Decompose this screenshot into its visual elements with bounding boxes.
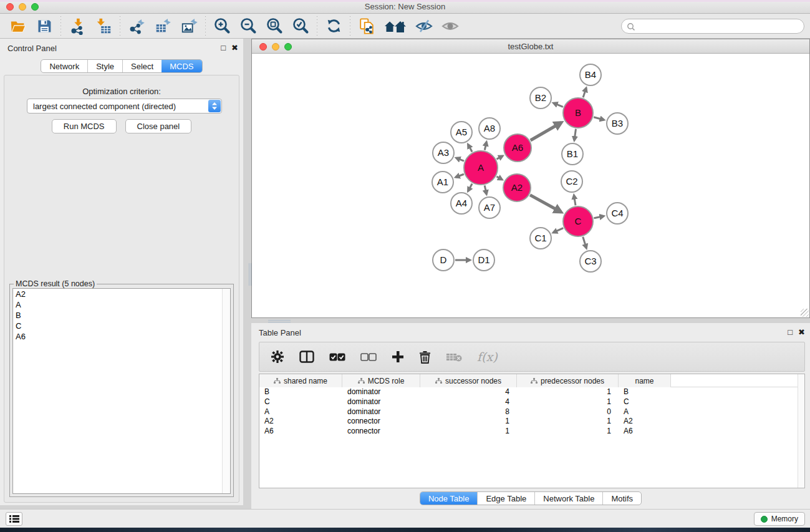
column-header-MCDS-role[interactable]: MCDS role xyxy=(342,374,420,387)
export-image-button[interactable] xyxy=(176,15,202,37)
tab-style[interactable]: Style xyxy=(87,60,122,72)
table-row[interactable]: A2connector11A2 xyxy=(259,417,804,427)
graph-node-D[interactable]: D xyxy=(433,249,454,271)
table-settings-button[interactable] xyxy=(271,350,284,364)
mcds-result-item[interactable]: A2 xyxy=(13,289,230,299)
splitter-handle-vertical[interactable] xyxy=(249,263,251,286)
graph-node-label: B xyxy=(575,107,581,118)
delete-column-button[interactable] xyxy=(419,351,431,364)
hide-selected-button[interactable] xyxy=(411,15,437,37)
tab-network-table[interactable]: Network Table xyxy=(534,492,602,505)
run-mcds-button[interactable]: Run MCDS xyxy=(52,119,117,133)
graph-node-B2[interactable]: B2 xyxy=(530,87,551,109)
tab-mcds[interactable]: MCDS xyxy=(162,60,201,72)
window-title: Session: New Session xyxy=(0,2,810,11)
save-session-button[interactable] xyxy=(31,15,57,37)
float-panel-icon[interactable]: □ xyxy=(788,327,793,337)
select-all-columns-button[interactable] xyxy=(329,353,345,361)
graph-node-A7[interactable]: A7 xyxy=(479,197,500,218)
graph-node-B1[interactable]: B1 xyxy=(562,143,583,165)
zoom-fit-button[interactable] xyxy=(261,15,287,37)
show-column-panel-button[interactable] xyxy=(299,351,314,363)
graph-node-A6[interactable]: A6 xyxy=(504,134,531,162)
graph-node-A3[interactable]: A3 xyxy=(433,142,454,163)
window-resize-grip[interactable] xyxy=(801,309,809,317)
mcds-result-item[interactable]: A xyxy=(13,299,230,310)
table-toolbar: f(x) xyxy=(259,342,805,372)
table-scrollbar[interactable] xyxy=(798,374,804,488)
network-graph: B4B2BB3A5A8A6B1A3AA1C2A2A4A7C4CC1C3DD1 xyxy=(252,54,809,317)
destroy-table-button[interactable] xyxy=(446,352,462,362)
zoom-fit-icon xyxy=(265,17,284,36)
graph-node-C[interactable]: C xyxy=(563,206,593,236)
table-row[interactable]: Adominator80A xyxy=(259,407,804,417)
zoom-out-button[interactable] xyxy=(235,15,261,37)
delete-table-icon xyxy=(446,352,462,362)
mcds-result-item[interactable]: B xyxy=(13,310,230,321)
graph-node-C3[interactable]: C3 xyxy=(580,251,601,272)
zoom-in-button[interactable] xyxy=(209,15,235,37)
graph-node-B[interactable]: B xyxy=(563,98,593,128)
zoom-selected-button[interactable] xyxy=(287,15,314,37)
deselect-all-columns-button[interactable] xyxy=(360,353,377,361)
graph-node-C2[interactable]: C2 xyxy=(561,171,582,192)
column-header-name[interactable]: name xyxy=(619,374,671,387)
toolbar-separator xyxy=(120,16,120,36)
splitter-handle-horizontal[interactable] xyxy=(268,320,291,322)
table-panel: Table Panel □ ✖ xyxy=(251,323,810,509)
graph-node-A4[interactable]: A4 xyxy=(451,193,472,214)
export-network-button[interactable] xyxy=(123,15,150,37)
graph-node-A2[interactable]: A2 xyxy=(503,174,531,201)
column-header-predecessor-nodes[interactable]: predecessor nodes xyxy=(517,374,619,387)
refresh-layout-button[interactable] xyxy=(321,15,347,37)
clone-network-button[interactable] xyxy=(354,15,380,37)
close-panel-icon[interactable]: ✖ xyxy=(798,327,805,337)
table-cell: 4 xyxy=(420,387,517,397)
graph-node-A1[interactable]: A1 xyxy=(432,172,453,193)
graph-node-A8[interactable]: A8 xyxy=(479,118,500,139)
mcds-result-box: MCDS result (5 nodes) A2ABCA6 xyxy=(9,284,234,497)
tab-motifs[interactable]: Motifs xyxy=(602,492,641,505)
table-cell: connector xyxy=(342,417,420,427)
graph-node-A5[interactable]: A5 xyxy=(451,122,472,143)
import-network-button[interactable] xyxy=(64,15,90,37)
task-history-button[interactable] xyxy=(6,512,22,526)
table-row[interactable]: Bdominator41B xyxy=(259,387,804,397)
show-all-button[interactable] xyxy=(437,15,463,37)
float-panel-icon[interactable]: □ xyxy=(221,43,226,52)
graph-node-A[interactable]: A xyxy=(464,151,498,185)
result-list-scrollbar[interactable] xyxy=(222,289,230,493)
graph-node-D1[interactable]: D1 xyxy=(473,249,494,271)
tab-node-table[interactable]: Node Table xyxy=(420,492,478,505)
import-table-button[interactable] xyxy=(90,15,117,37)
graph-node-C1[interactable]: C1 xyxy=(530,228,551,249)
search-input[interactable] xyxy=(638,21,799,32)
graph-node-B3[interactable]: B3 xyxy=(607,113,628,134)
graph-node-C4[interactable]: C4 xyxy=(607,203,628,224)
table-row[interactable]: Cdominator41C xyxy=(259,397,804,407)
close-panel-icon[interactable]: ✖ xyxy=(231,43,238,52)
table-row[interactable]: A6connector11A6 xyxy=(259,427,804,437)
open-session-button[interactable] xyxy=(5,15,31,37)
column-header-successor-nodes[interactable]: successor nodes xyxy=(420,374,517,387)
create-column-button[interactable] xyxy=(392,351,404,363)
network-canvas[interactable]: B4B2BB3A5A8A6B1A3AA1C2A2A4A7C4CC1C3DD1 xyxy=(252,54,809,317)
tab-select[interactable]: Select xyxy=(122,60,162,72)
graph-edge-A-A7 xyxy=(485,185,486,194)
checked-boxes-icon xyxy=(329,353,345,361)
tab-edge-table[interactable]: Edge Table xyxy=(477,492,534,505)
criterion-select[interactable]: largest connected component (directed) xyxy=(27,99,222,114)
graph-node-B4[interactable]: B4 xyxy=(580,64,601,85)
tab-network[interactable]: Network xyxy=(41,60,87,72)
function-builder-button[interactable]: f(x) xyxy=(477,350,498,364)
table-cell: 1 xyxy=(517,417,619,427)
column-header-shared-name[interactable]: shared name xyxy=(259,374,342,387)
memory-status-icon xyxy=(761,516,768,523)
mcds-result-list: A2ABCA6 xyxy=(12,288,231,494)
mcds-result-item[interactable]: C xyxy=(13,321,230,331)
close-panel-button[interactable]: Close panel xyxy=(125,119,192,133)
first-neighbors-button[interactable] xyxy=(380,15,411,37)
mcds-result-item[interactable]: A6 xyxy=(13,331,230,342)
memory-button[interactable]: Memory xyxy=(754,512,805,526)
export-table-button[interactable] xyxy=(150,15,176,37)
